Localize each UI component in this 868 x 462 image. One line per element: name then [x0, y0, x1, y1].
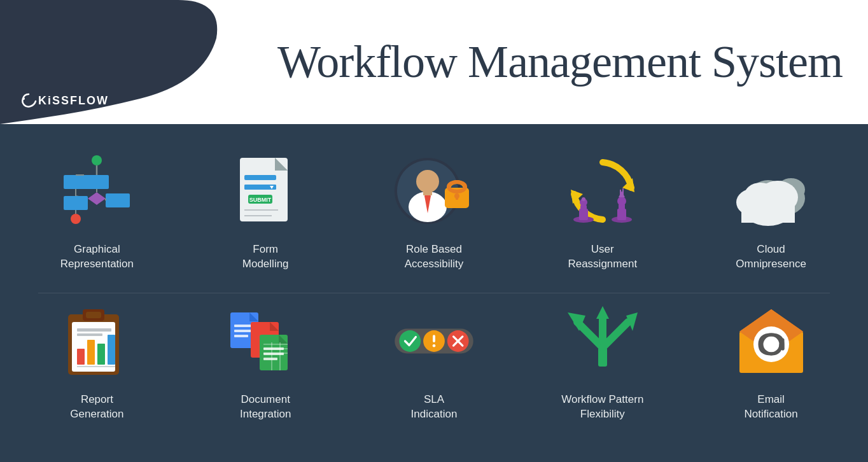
svg-point-1 [92, 155, 102, 165]
user-reassignment-icon [561, 153, 644, 229]
workflow-pattern-label: Workflow PatternFlexibility [561, 393, 643, 422]
document-integration-icon [224, 303, 307, 379]
feature-cloud-omnipresence: CloudOmnipresence [708, 150, 835, 272]
svg-point-45 [582, 197, 585, 201]
document-integration-label: DocumentIntegration [240, 393, 291, 422]
svg-point-93 [433, 344, 436, 347]
svg-rect-65 [77, 349, 85, 365]
svg-rect-92 [433, 335, 435, 342]
svg-rect-68 [108, 335, 115, 365]
svg-marker-101 [596, 306, 609, 319]
svg-rect-38 [456, 196, 458, 200]
user-reassignment-icon-container [561, 150, 644, 232]
graphical-representation-icon [59, 153, 135, 229]
form-modelling-label: FormModelling [242, 242, 289, 272]
svg-rect-67 [97, 344, 105, 365]
feature-workflow-pattern: Workflow PatternFlexibility [539, 300, 666, 422]
form-modelling-icon: SUBMIT [230, 153, 300, 229]
svg-rect-19 [244, 175, 276, 180]
feature-graphical-representation: GraphicalRepresentation [33, 150, 160, 272]
svg-rect-4 [85, 175, 109, 189]
svg-rect-70 [77, 328, 111, 332]
sla-indication-icon-container [393, 300, 475, 382]
kissflow-logo-icon [19, 91, 38, 110]
logo-text: KiSSFLOW [38, 94, 109, 108]
workflow-pattern-icon-container [561, 300, 644, 382]
svg-rect-11 [64, 196, 88, 210]
svg-marker-7 [88, 192, 106, 205]
report-generation-icon-container [55, 300, 138, 382]
svg-point-49 [617, 197, 626, 206]
feature-document-integration: DocumentIntegration [202, 300, 329, 422]
user-reassignment-label: UserReassignment [568, 242, 637, 272]
form-modelling-icon-container: SUBMIT [224, 150, 307, 232]
feature-report-generation: ReportGeneration [33, 300, 160, 422]
svg-rect-66 [87, 340, 95, 365]
svg-rect-47 [617, 209, 626, 220]
svg-rect-60 [741, 205, 795, 223]
document-integration-icon-container [224, 300, 307, 382]
svg-rect-33 [423, 188, 432, 195]
logo-area: KiSSFLOW [19, 91, 109, 110]
cloud-omnipresence-icon [730, 153, 813, 229]
report-generation-label: ReportGeneration [70, 393, 123, 422]
email-notification-label: EmailNotification [745, 393, 798, 422]
svg-text:SUBMIT: SUBMIT [249, 197, 272, 203]
email-notification-icon-container [730, 300, 813, 382]
workflow-pattern-icon [561, 303, 644, 379]
role-based-icon-container [393, 150, 475, 232]
role-based-label: Role BasedAccessibility [405, 242, 464, 272]
svg-point-0 [22, 97, 25, 100]
svg-rect-71 [77, 333, 102, 336]
graphical-representation-icon-container [55, 150, 138, 232]
role-based-icon [393, 153, 475, 229]
cloud-omnipresence-icon-container [730, 150, 813, 232]
svg-point-90 [399, 330, 421, 352]
feature-role-based: Role BasedAccessibility [370, 150, 498, 272]
feature-user-reassignment: UserReassignment [539, 150, 666, 272]
svg-rect-63 [86, 312, 101, 318]
svg-rect-83 [263, 358, 277, 360]
feature-form-modelling: SUBMIT FormModelling [202, 150, 329, 272]
content-area: GraphicalRepresentation [0, 124, 868, 462]
features-row-2: ReportGeneration [13, 293, 855, 443]
feature-sla-indication: SLAIndication [370, 300, 498, 422]
sla-indication-label: SLAIndication [411, 393, 458, 422]
svg-rect-12 [106, 193, 130, 207]
svg-marker-50 [619, 191, 625, 197]
svg-point-14 [71, 214, 81, 224]
feature-email-notification: EmailNotification [708, 300, 835, 422]
features-row-1: GraphicalRepresentation [13, 143, 855, 293]
svg-rect-76 [234, 335, 248, 337]
email-notification-icon [733, 303, 809, 379]
sla-indication-icon [393, 312, 475, 370]
svg-rect-3 [64, 175, 88, 189]
report-generation-icon [60, 303, 134, 379]
cloud-omnipresence-label: CloudOmnipresence [736, 242, 806, 272]
page-title: Workflow Management System [178, 36, 868, 88]
header: KiSSFLOW Workflow Management System [0, 0, 868, 124]
graphical-representation-label: GraphicalRepresentation [60, 242, 134, 272]
